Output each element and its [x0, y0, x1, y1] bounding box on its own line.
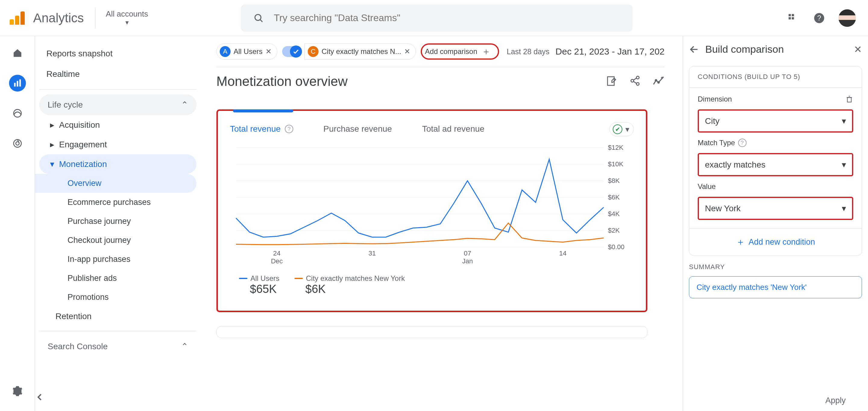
rail-reports-icon[interactable] [9, 75, 26, 92]
sidebar-acquisition[interactable]: ▸ Acquisition [39, 115, 196, 135]
svg-point-20 [655, 80, 657, 81]
sidebar-reports-snapshot[interactable]: Reports snapshot [39, 43, 196, 64]
sidebar-search-console-section[interactable]: Search Console ⌃ [39, 336, 196, 357]
sidebar-monetization[interactable]: ▾ Monetization [39, 154, 196, 174]
plus-icon: ＋ [736, 236, 745, 248]
sidebar-lifecycle-section[interactable]: Life cycle ⌃ [39, 94, 196, 115]
accounts-dropdown[interactable]: All accounts ▾ [106, 9, 148, 27]
svg-text:$2K: $2K [608, 227, 620, 234]
chevron-down-icon: ▾ [106, 19, 148, 27]
chip-dot-a: A [220, 46, 230, 57]
chart-status-pill[interactable]: ✔ ▾ [610, 122, 634, 136]
summary-pill[interactable]: City exactly matches 'New York' [689, 276, 862, 298]
svg-point-0 [255, 14, 261, 20]
analytics-logo-icon [10, 11, 25, 25]
matchtype-select[interactable]: exactly matches ▾ [698, 153, 853, 176]
share-icon[interactable] [629, 75, 641, 87]
plus-icon: ＋ [482, 45, 491, 58]
dimension-select[interactable]: City ▾ [698, 109, 853, 133]
svg-line-19 [633, 81, 637, 84]
sidebar-publisher-ads[interactable]: Publisher ads [39, 269, 196, 288]
build-comparison-panel: Build comparison ✕ CONDITIONS (BUILD UP … [683, 36, 868, 411]
sidebar-checkout-journey[interactable]: Checkout journey [39, 231, 196, 250]
svg-text:07: 07 [464, 250, 471, 257]
conditions-card: CONDITIONS (BUILD UP TO 5) Dimension Cit… [689, 66, 862, 256]
svg-point-12 [13, 139, 22, 147]
summary-heading: SUMMARY [689, 263, 862, 271]
sidebar-retention[interactable]: Retention [39, 307, 196, 326]
svg-rect-4 [789, 17, 791, 20]
help-icon[interactable]: ? [285, 125, 293, 133]
search-bar[interactable] [241, 4, 632, 32]
date-range-picker[interactable]: Last 28 days Dec 21, 2023 - Jan 17, 202 [507, 46, 664, 57]
svg-rect-8 [14, 83, 16, 87]
svg-text:$4K: $4K [608, 210, 620, 218]
sidebar-purchase-journey[interactable]: Purchase journey [39, 212, 196, 231]
tab-total-revenue[interactable]: Total revenue ? [230, 124, 293, 134]
add-comparison-button[interactable]: Add comparison ＋ [421, 43, 499, 60]
page-title: Monetization overview [216, 74, 347, 89]
svg-point-17 [637, 83, 639, 85]
trash-icon[interactable] [845, 95, 853, 103]
close-icon[interactable]: ✕ [404, 47, 410, 56]
tab-total-ad-revenue[interactable]: Total ad revenue [422, 124, 484, 134]
svg-line-18 [633, 78, 637, 80]
search-input[interactable] [274, 12, 622, 24]
svg-text:$10K: $10K [608, 160, 624, 168]
close-icon[interactable]: ✕ [266, 47, 272, 56]
sidebar-realtime[interactable]: Realtime [39, 64, 196, 84]
revenue-chart-card: Total revenue ? Purchase revenue Total a… [216, 109, 647, 312]
insights-icon[interactable] [652, 75, 664, 87]
rail-home-icon[interactable] [9, 44, 26, 61]
chevron-down-icon: ▾ [842, 116, 846, 126]
main-content: A All Users ✕ C City exactly matches N..… [201, 36, 683, 411]
legend-city: City exactly matches New York $6K [294, 274, 405, 295]
sidebar-ecommerce-purchases[interactable]: Ecommerce purchases [39, 193, 196, 212]
value-label: Value [698, 182, 716, 191]
svg-text:Dec: Dec [271, 257, 283, 265]
svg-text:31: 31 [369, 250, 376, 257]
svg-rect-14 [608, 77, 614, 86]
apply-button[interactable]: Apply [815, 391, 856, 410]
chevron-down-icon: ▾ [842, 203, 846, 213]
svg-text:?: ? [817, 14, 821, 22]
svg-rect-3 [792, 14, 794, 16]
matchtype-label: Match Type [698, 138, 735, 147]
help-icon[interactable]: ? [812, 11, 827, 25]
apps-grid-icon[interactable] [785, 11, 800, 25]
back-arrow-icon[interactable] [689, 44, 699, 55]
svg-text:$6K: $6K [608, 193, 620, 201]
svg-text:Jan: Jan [462, 257, 472, 265]
sidebar-inapp-purchases[interactable]: In-app purchases [39, 250, 196, 269]
sidebar-promotions[interactable]: Promotions [39, 288, 196, 307]
comparison-chip-row: A All Users ✕ C City exactly matches N..… [216, 36, 683, 60]
search-icon [252, 11, 265, 25]
avatar[interactable] [838, 9, 856, 27]
add-condition-button[interactable]: ＋ Add new condition [689, 228, 862, 255]
svg-point-15 [631, 80, 634, 82]
rail-advertising-icon[interactable] [9, 135, 26, 152]
svg-rect-43 [847, 98, 851, 102]
line-chart: $0.00$2K$4K$6K$8K$10K$12K 1424Dec3107Jan [230, 145, 637, 265]
tab-purchase-revenue[interactable]: Purchase revenue [323, 124, 392, 134]
svg-line-1 [260, 19, 262, 22]
svg-text:$8K: $8K [608, 177, 620, 184]
customize-report-icon[interactable] [606, 75, 618, 87]
sidebar-engagement[interactable]: ▸ Engagement [39, 135, 196, 154]
svg-rect-2 [789, 14, 791, 16]
next-card-placeholder [216, 326, 647, 338]
svg-text:24: 24 [273, 250, 280, 257]
help-icon[interactable]: ? [738, 138, 747, 147]
app-name: Analytics [33, 11, 84, 25]
sidebar-collapse-icon[interactable] [35, 392, 201, 402]
rail-admin-gear-icon[interactable] [9, 383, 26, 400]
value-select[interactable]: New York ▾ [698, 197, 853, 220]
close-icon[interactable]: ✕ [854, 44, 862, 55]
comparison-toggle[interactable] [282, 46, 301, 57]
rail-explore-icon[interactable] [9, 105, 26, 122]
svg-rect-10 [19, 80, 21, 87]
sidebar-monetization-overview[interactable]: Overview [35, 174, 196, 193]
svg-point-16 [637, 76, 639, 79]
chip-city-match[interactable]: C City exactly matches N... ✕ [304, 43, 416, 60]
chip-all-users[interactable]: A All Users ✕ [216, 43, 277, 60]
